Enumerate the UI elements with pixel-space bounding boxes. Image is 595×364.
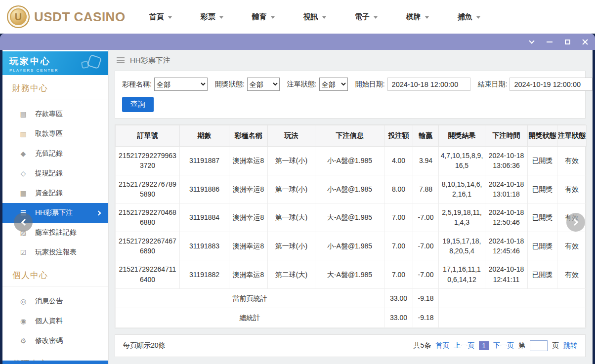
withdrawal-record-icon: ◇ [19,169,28,177]
page-number-input[interactable] [530,340,548,351]
column-header-play: 玩法 [268,125,315,147]
funds-record-icon: ▦ [19,189,28,197]
cell-result: 2,5,19,18,11,1,4,3 [439,203,485,232]
cell-time: 2024-10-18 13:06:36 [485,147,528,175]
maximize-button[interactable] [563,38,571,46]
cell-period: 31191886 [180,175,229,203]
filter-panel: 彩種名稱: 全部 開獎狀態: 全部 注單狀態: 全部 [115,71,586,119]
maximize-icon [565,40,570,44]
first-page-link[interactable]: 首页 [435,341,449,350]
nav-label: 首頁 [149,12,164,22]
sidebar-item-player-bet-report[interactable]: ☑玩家投注報表 [2,243,108,262]
sidebar-item-withdraw[interactable]: ▥取款專區 [2,124,108,144]
cell-play: 第一球(小) [268,175,315,203]
filter-lottery-name: 彩種名稱: 全部 [122,78,208,91]
sidebar-item-recharge-record[interactable]: ◆充值記錄 [2,144,108,163]
minimize-button[interactable] [546,38,553,46]
players-center-header: 玩家中心 PLAYERS CENTER [2,51,108,75]
sidebar-item-funds-record[interactable]: ▦資金記錄 [2,183,108,203]
scroll-left-button[interactable] [14,213,33,232]
current-page-indicator[interactable]: 1 [479,341,489,350]
chevron-down-icon [529,38,534,43]
summary-empty [439,288,587,308]
cell-draw-status: 已開獎 [528,203,557,232]
column-header-period: 期數 [180,125,229,147]
sidebar-item-label: 修改密碼 [35,336,63,345]
draw-status-label: 開獎狀態: [215,80,245,89]
chevron-down-icon [271,16,275,19]
person-icon: ◉ [19,317,28,325]
filter-draw-status: 開獎狀態: 全部 [215,78,280,91]
nav-item-boardgames[interactable]: 棋牌 [406,12,429,22]
cell-result: 19,15,17,18,8,20,5,4 [439,232,485,260]
withdraw-icon: ▥ [19,130,28,138]
cell-order: 2152172922674676890 [116,232,180,260]
table-row: 2152172922767895890 31191886 澳洲幸运8 第一球(小… [116,175,587,203]
sidebar-item-label: 玩家投注報表 [35,248,77,257]
lottery-name-select[interactable]: 全部 [154,78,208,91]
nav-item-sports[interactable]: 體育 [252,12,275,22]
sidebar-item-withdrawal-record[interactable]: ◇提現記錄 [2,163,108,183]
lottery-name-label: 彩種名稱: [122,80,152,89]
recharge-record-icon: ◆ [19,150,28,158]
nav-item-home[interactable]: 首頁 [149,12,172,22]
scroll-right-button[interactable] [566,213,585,232]
summary-winloss: -9.18 [413,308,439,327]
prev-page-link[interactable]: 上一页 [454,341,474,350]
nav-item-slots[interactable]: 電子 [355,12,378,22]
cell-order-status: 有效 [557,232,587,260]
summary-winloss: -9.18 [413,288,439,308]
column-header-lottery: 彩種名稱 [229,125,268,147]
column-header-amount: 投注額 [384,125,413,147]
chevron-down-icon [322,16,326,19]
search-button[interactable]: 查詢 [122,97,154,112]
sidebar-item-label: 消息公告 [35,297,63,306]
sidebar-subtitle: PLAYERS CENTER [9,68,101,73]
collapse-button[interactable] [528,38,536,46]
section-heading-personal: 個人中心 [2,262,108,286]
cell-period: 31191882 [180,260,229,289]
summary-amount: 33.00 [384,288,413,308]
sidebar-item-change-password[interactable]: ⚙修改密碼 [2,331,108,351]
sidebar-item-deposit[interactable]: ▤存款專區 [2,104,108,124]
draw-status-select[interactable]: 全部 [247,78,280,91]
logo[interactable]: U USDT CASINO [7,5,126,28]
cell-amount: 4.00 [384,147,413,175]
column-header-winloss: 輸贏 [413,125,439,147]
nav-item-live[interactable]: 視訊 [303,12,326,22]
cell-draw-status: 已開獎 [528,175,557,203]
cell-amount: 7.00 [384,203,413,232]
cell-order: 2152172922647116400 [116,260,180,289]
page-label-prefix: 第 [518,341,525,350]
filter-order-status: 注單狀態: 全部 [287,78,348,91]
cell-period: 31191887 [180,147,229,175]
nav-item-lottery[interactable]: 彩票 [201,12,223,22]
top-navbar: U USDT CASINO 首頁 彩票 體育 視訊 電子 棋牌 捕魚 [0,0,595,34]
sidebar-item-label: 取款專區 [35,129,63,138]
cell-order-status: 有效 [557,260,587,289]
cell-period: 31191883 [180,232,229,260]
cell-time: 2024-10-18 12:45:46 [485,232,528,260]
jump-link[interactable]: 跳转 [563,341,577,350]
cell-result: 8,10,15,14,6,2,16,1 [439,175,485,203]
cell-period: 31191884 [180,203,229,232]
sidebar-item-profile[interactable]: ◉個人資料 [2,311,108,331]
deposit-icon: ▤ [19,110,28,118]
sidebar-item-label: 提現記錄 [35,169,63,178]
main-area: 玩家中心 PLAYERS CENTER 財務中心 ▤存款專區 ▥取款專區 ◆充值… [0,50,595,364]
order-status-select[interactable]: 全部 [319,78,348,91]
hamburger-menu-icon[interactable] [117,60,125,61]
cell-play: 第一球(小) [268,232,315,260]
end-date-input[interactable] [510,78,593,91]
sidebar-item-label: 廳室投註記錄 [35,228,77,237]
sidebar-item-announcements[interactable]: ◎消息公告 [2,291,108,311]
gear-icon: ⚙ [19,337,28,345]
start-date-input[interactable] [387,78,470,91]
cell-winloss: -7.00 [413,203,439,232]
close-button[interactable] [581,38,589,46]
cell-lottery: 澳洲幸运8 [229,260,268,289]
next-page-link[interactable]: 下一页 [493,341,514,350]
cell-result: 17,1,16,11,10,6,14,12 [439,260,485,289]
cell-winloss: -7.00 [413,232,439,260]
nav-item-fishing[interactable]: 捕魚 [458,12,480,22]
